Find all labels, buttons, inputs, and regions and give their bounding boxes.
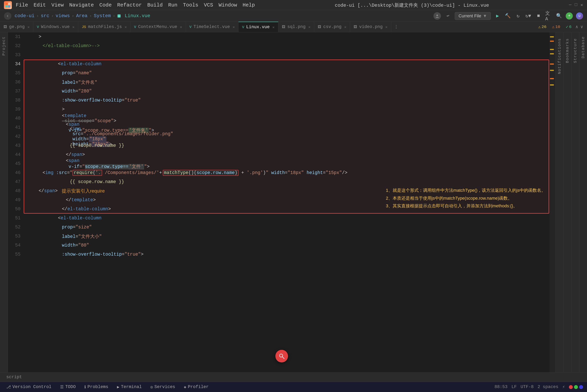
code-line-33[interactable] [24,50,550,60]
code-line-45[interactable]: <span v-if="scope.row.type=='文件'"> [24,159,550,168]
tab-csv-png[interactable]: 🖼 csv.png ✕ [314,22,350,32]
bottom-toolbar: ⎇ Version Control ☰ TODO ℹ Problems ▶ Te… [0,382,587,392]
menu-file[interactable]: File [16,2,28,8]
todo-btn[interactable]: ☰ TODO [58,384,78,390]
structure-sidebar[interactable]: Structure [571,32,579,372]
tab-icon-csv: 🖼 [318,25,321,29]
translate-btn[interactable]: 文A [545,12,552,20]
ln-53: 53 [8,232,24,241]
database-sidebar[interactable]: Database [579,32,587,372]
code-line-38[interactable]: :show-overflow-tooltip="true" [24,96,550,105]
tab-close-ge[interactable]: ✕ [28,25,30,29]
tab-video-png[interactable]: 🖼 video.png ✕ [350,22,391,32]
tab-overflow-btn[interactable]: ⋮ [391,22,401,32]
tab-close-sql[interactable]: ✕ [308,25,310,29]
code-line-34[interactable]: <el-table-column [24,60,550,68]
ln-36: 36 [8,78,24,87]
more-run-btn[interactable]: ↻▼ [525,12,532,20]
refresh-btn[interactable]: ↻ [514,12,522,20]
code-line-31[interactable]: > [24,32,550,42]
tab-close-timeselect[interactable]: ✕ [232,25,235,29]
minimize-btn[interactable]: — [569,2,572,8]
tab-close-video[interactable]: ✕ [385,25,388,29]
tab-sql-png[interactable]: 🖼 sql.png ✕ [278,22,314,32]
scrollbar[interactable] [550,32,556,372]
terminal-btn[interactable]: ▶ Terminal [114,384,144,390]
tab-matchfiles-js[interactable]: JS matchFiles.js ✕ [78,22,130,32]
tab-close-windows[interactable]: ✕ [72,25,74,29]
float-search-btn[interactable] [275,350,288,362]
line-ending[interactable]: LF [512,384,517,390]
problems-btn[interactable]: ℹ Problems [82,384,111,390]
tab-timeselect-vue[interactable]: V TimeSelect.vue ✕ [186,22,239,32]
code-line-55[interactable]: :show-overflow-tooltip="true"> [24,250,550,259]
terminal-icon: ▶ [117,384,119,390]
build-btn[interactable]: 🔨 [504,12,511,20]
menu-code[interactable]: Code [99,2,112,8]
tab-ge-png[interactable]: 🖼 ge.png ✕ [0,22,33,32]
title-bar: File Edit View Navigate Code Refactor Bu… [0,0,587,10]
bc-src[interactable]: src [41,13,49,18]
tab-close-contextmenu[interactable]: ✕ [180,25,182,29]
up-arrow-btn[interactable]: ∧ [576,24,578,30]
code-line-52[interactable]: prop="size" [24,223,550,232]
tab-close-csv[interactable]: ✕ [344,25,346,29]
tab-windows-vue[interactable]: V Windows.vue ✕ [33,22,78,32]
code-line-36[interactable]: label="文件名" [24,78,550,87]
annotation-comments: 1、就是这个形式：调用组件中方法matchType()，该方法返回引入的js中的… [386,186,546,210]
menu-help[interactable]: Help [243,2,255,8]
add-btn[interactable]: + [566,12,573,20]
code-editor[interactable]: 31 32 33 34 35 36 37 38 39 40 41 42 43 4… [8,32,556,372]
bookmarks-sidebar[interactable]: Bookmarks [563,32,571,372]
menu-tools[interactable]: Tools [183,2,198,8]
todo-icon: ☰ [60,384,64,390]
down-arrow-btn[interactable]: ∨ [580,24,583,30]
tab-close-linux[interactable]: ✕ [272,25,274,29]
encoding[interactable]: UTF-8 [520,384,534,390]
indent-setting[interactable]: 2 spaces [538,384,558,390]
version-control-btn[interactable]: ⎇ Version Control [4,384,54,390]
search-nav-btn[interactable]: 🔍 [556,12,562,20]
user-icon[interactable] [434,12,441,20]
code-line-47[interactable]: {{ scope.row.name }} [24,178,550,186]
menu-window[interactable]: Window [218,2,237,8]
tab-icon-vue4: V [242,25,244,29]
menu-build[interactable]: Build [147,2,162,8]
tab-contextmenu-vue[interactable]: V ContextMenu.vue ✕ [130,22,186,32]
bookmarks-label: Bookmarks [565,38,570,63]
bc-views[interactable]: views [56,13,70,18]
bc-system[interactable]: System [94,13,111,18]
ln-37: 37 [8,87,24,96]
window-controls: — □ ✕ [569,2,583,8]
nav-back-icon[interactable]: ↩ [444,12,452,20]
notifications-sidebar[interactable]: Notifications [556,32,563,372]
menu-vcs[interactable]: VCS [204,2,213,8]
menu-navigate[interactable]: Navigate [69,2,94,8]
menu-edit[interactable]: Edit [34,2,46,8]
stop-btn[interactable]: ■ [535,12,542,20]
services-icon: ◎ [150,384,153,390]
profiler-btn[interactable]: ◈ Profiler [182,384,211,390]
bc-root[interactable]: code-ui [14,13,34,18]
run-btn[interactable]: ▶ [494,12,501,20]
code-line-32[interactable]: </el-table-column>--> [24,42,550,50]
services-btn[interactable]: ◎ Services [148,384,178,390]
code-line-53[interactable]: label="文件大小" [24,232,550,241]
back-btn[interactable] [4,12,12,20]
tab-close-matchfiles[interactable]: ✕ [124,25,127,29]
close-btn[interactable]: ✕ [580,2,583,8]
tab-linux-vue[interactable]: V Linux.vue ✕ [238,22,278,32]
svg-rect-2 [6,5,8,8]
bc-area[interactable]: Area [76,13,88,18]
current-file-btn[interactable]: Current File ▼ [455,12,491,20]
code-line-51[interactable]: <el-table-column [24,214,550,223]
code-line-35[interactable]: prop="name" [24,68,550,78]
menu-refactor[interactable]: Refactor [117,2,142,8]
menu-view[interactable]: View [52,2,64,8]
menu-run[interactable]: Run [168,2,178,8]
maximize-btn[interactable]: □ [575,2,577,8]
breadcrumb: code-ui › src › views › Area › System › … [14,13,150,18]
ln-42: 42 [8,132,24,141]
project-sidebar[interactable]: Project [0,32,8,372]
code-line-43[interactable]: {{ scope.row.name }} [24,141,550,150]
